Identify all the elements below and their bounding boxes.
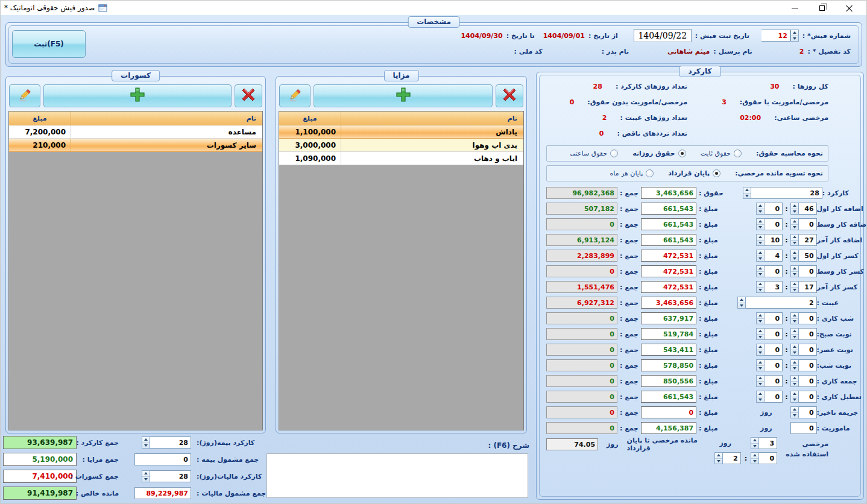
spinner-value[interactable]: 28 [150,436,191,449]
spinner-down-icon[interactable] [791,319,798,324]
spinner-value[interactable]: 0 [799,375,817,387]
spinner-down-icon[interactable] [757,335,764,340]
spinner-up-icon[interactable] [757,313,764,319]
numeric-spinner[interactable]: 28 [142,470,191,482]
row-amount-input[interactable]: 637,917 [641,312,696,324]
spinner-down-icon[interactable] [757,241,764,246]
table-row[interactable]: 7,200,000مساعده [9,125,262,139]
numeric-spinner[interactable]: 28 [743,187,822,199]
numeric-spinner[interactable]: 0 [790,406,817,418]
spinner-up-icon[interactable] [791,30,798,36]
benefits-add-button[interactable] [314,84,493,107]
spinner-buttons[interactable] [756,328,765,340]
spinner-value[interactable]: 3 [765,281,783,293]
spinner-up-icon[interactable] [791,344,798,350]
spinner-down-icon[interactable] [791,36,798,42]
spinner-buttons[interactable] [790,203,799,215]
spinner-down-icon[interactable] [142,477,150,482]
spinner-buttons[interactable] [790,391,799,403]
spinner-down-icon[interactable] [791,335,798,340]
spinner-up-icon[interactable] [757,282,764,288]
numeric-spinner[interactable]: 0 [756,312,783,324]
save-button[interactable]: ثبت(F5) [12,30,86,58]
spinner-buttons[interactable] [751,452,759,464]
spinner-buttons[interactable] [756,234,765,246]
spinner-down-icon[interactable] [757,350,764,356]
spinner-value[interactable]: 28 [751,187,822,199]
benefits-column-header-amount[interactable]: مبلغ [279,112,341,125]
spinner-down-icon[interactable] [757,319,764,324]
numeric-spinner[interactable]: 0 [790,218,817,230]
settle-method-radio-option[interactable]: پایان قرارداد [668,169,720,177]
spinner-up-icon[interactable] [791,360,798,366]
row-amount-input[interactable]: 472,531 [641,281,696,293]
spinner-buttons[interactable] [756,203,765,215]
spinner-up-icon[interactable] [743,187,751,194]
spinner-buttons[interactable] [790,218,799,230]
row-amount-input[interactable]: 661,543 [641,218,696,230]
numeric-spinner[interactable]: 50 [790,250,817,262]
numeric-spinner[interactable]: 0 [756,375,783,387]
row-amount-input[interactable]: 543,411 [641,344,696,356]
spinner-down-icon[interactable] [791,209,798,215]
numeric-spinner[interactable]: 10 [756,234,783,246]
spinner-buttons[interactable] [790,281,799,293]
spinner-value[interactable]: 0 [765,344,783,356]
numeric-spinner[interactable]: 0 [790,391,817,403]
spinner-down-icon[interactable] [791,397,798,403]
spinner-down-icon[interactable] [751,444,758,449]
spinner-buttons[interactable] [756,391,765,403]
spinner-buttons[interactable] [790,359,799,371]
spinner-up-icon[interactable] [791,329,798,335]
spinner-value[interactable]: 0 [799,406,817,418]
numeric-spinner[interactable]: 0 [756,265,783,277]
deductions-delete-button[interactable] [235,84,262,107]
spinner-buttons[interactable] [142,470,150,482]
spinner-down-icon[interactable] [715,459,722,464]
spinner-up-icon[interactable] [751,453,758,459]
numeric-spinner[interactable]: 27 [790,234,817,246]
row-amount-input[interactable]: 3,463,656 [641,297,696,309]
numeric-spinner[interactable]: 0 [790,359,817,371]
spinner-up-icon[interactable] [757,203,764,209]
row-amount-input[interactable]: 4,156,387 [641,422,696,434]
benefits-edit-button[interactable] [279,84,311,107]
spinner-buttons[interactable] [790,375,799,387]
numeric-spinner[interactable]: 0 [756,359,783,371]
fish-number-spinner[interactable]: 12 [761,30,799,42]
spinner-buttons[interactable] [756,265,765,277]
spinner-down-icon[interactable] [142,443,150,449]
spinner-value[interactable]: 2 [746,297,817,309]
spinner-value[interactable]: 4 [765,250,783,262]
minimize-button[interactable] [781,1,809,14]
spinner-value[interactable]: 50 [799,250,817,262]
spinner-up-icon[interactable] [757,376,764,382]
spinner-value[interactable]: 10 [765,234,783,246]
spinner-down-icon[interactable] [791,382,798,387]
spinner-up-icon[interactable] [757,329,764,335]
spinner-up-icon[interactable] [791,376,798,382]
spinner-down-icon[interactable] [738,303,745,309]
row-amount-input[interactable]: 661,543 [641,203,696,215]
spinner-up-icon[interactable] [791,391,798,397]
spinner-down-icon[interactable] [751,459,758,464]
spinner-buttons[interactable] [756,312,765,324]
row-amount-input[interactable]: 850,556 [641,375,696,387]
spinner-value[interactable]: 0 [765,203,783,215]
spinner-up-icon[interactable] [791,407,798,413]
spinner-value[interactable]: 0 [765,218,783,230]
numeric-spinner[interactable]: 28 [142,436,191,449]
spinner-value[interactable]: 0 [765,391,783,403]
numeric-spinner[interactable]: 3 [751,437,777,449]
numeric-spinner[interactable]: 0 [756,344,783,356]
spinner-up-icon[interactable] [791,313,798,319]
deductions-column-header-amount[interactable]: مبلغ [9,112,71,125]
spinner-buttons[interactable] [790,30,799,42]
numeric-spinner[interactable]: 0 [790,375,817,387]
deductions-edit-button[interactable] [9,84,40,107]
spinner-value[interactable]: 0 [799,312,817,324]
spinner-down-icon[interactable] [791,241,798,246]
spinner-down-icon[interactable] [791,256,798,262]
spinner-up-icon[interactable] [791,266,798,272]
spinner-down-icon[interactable] [757,209,764,215]
